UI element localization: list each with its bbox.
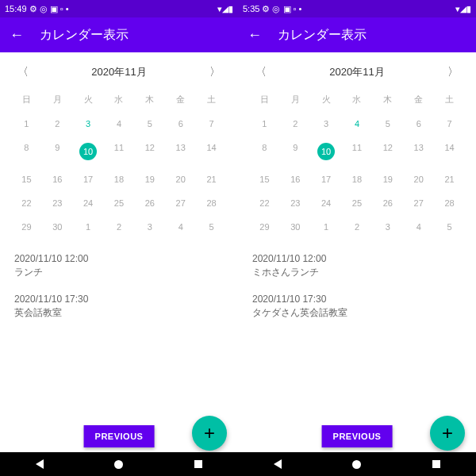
calendar-day[interactable]: 8	[11, 136, 42, 167]
calendar-day[interactable]: 2	[42, 112, 73, 136]
calendar-day[interactable]: 24	[311, 191, 342, 215]
calendar-day[interactable]: 3	[134, 215, 165, 239]
nav-home-icon[interactable]	[352, 460, 361, 469]
calendar-day[interactable]: 1	[11, 112, 42, 136]
calendar-day[interactable]: 28	[434, 191, 465, 215]
calendar-day[interactable]: 15	[11, 167, 42, 191]
calendar-day[interactable]: 6	[403, 112, 434, 136]
calendar-day[interactable]: 29	[249, 215, 280, 239]
calendar-day[interactable]: 15	[249, 167, 280, 191]
calendar-day[interactable]: 5	[134, 112, 165, 136]
calendar-day[interactable]: 5	[196, 215, 227, 239]
nav-back-icon[interactable]	[36, 459, 44, 469]
calendar-day-number: 5	[447, 222, 452, 232]
back-icon[interactable]: ←	[10, 27, 24, 44]
calendar-day[interactable]: 11	[104, 136, 135, 167]
calendar-day[interactable]: 12	[134, 136, 165, 167]
chevron-left-icon[interactable]: 〈	[255, 65, 267, 79]
calendar-day[interactable]: 4	[403, 215, 434, 239]
calendar-day[interactable]: 13	[165, 136, 196, 167]
calendar-day[interactable]: 25	[104, 191, 135, 215]
calendar-day[interactable]: 11	[342, 136, 373, 167]
calendar-day[interactable]: 26	[372, 191, 403, 215]
calendar-day[interactable]: 19	[372, 167, 403, 191]
chevron-right-icon[interactable]: 〉	[447, 65, 459, 79]
back-icon[interactable]: ←	[248, 27, 262, 44]
calendar-day[interactable]: 4	[342, 112, 373, 136]
calendar-day[interactable]: 21	[434, 167, 465, 191]
calendar-day-number: 21	[206, 175, 216, 184]
calendar-day[interactable]: 12	[372, 136, 403, 167]
signal-icon: ▾◢▮	[217, 4, 233, 14]
chevron-left-icon[interactable]: 〈	[17, 65, 29, 79]
calendar-day[interactable]: 1	[311, 215, 342, 239]
event-item[interactable]: 2020/11/10 17:30タケダさん英会話教室	[252, 294, 462, 320]
calendar-day-number: 11	[352, 143, 362, 152]
calendar-day[interactable]: 3	[311, 112, 342, 136]
calendar-day[interactable]: 3	[73, 112, 104, 136]
calendar-day[interactable]: 4	[165, 215, 196, 239]
calendar-day[interactable]: 30	[42, 215, 73, 239]
calendar-day[interactable]: 18	[104, 167, 135, 191]
calendar-day[interactable]: 7	[196, 112, 227, 136]
calendar-day[interactable]: 19	[134, 167, 165, 191]
calendar-day[interactable]: 2	[280, 112, 311, 136]
calendar-day[interactable]: 14	[196, 136, 227, 167]
calendar-day[interactable]: 20	[165, 167, 196, 191]
calendar-day[interactable]: 29	[11, 215, 42, 239]
calendar-day-number: 29	[21, 222, 31, 232]
calendar-day[interactable]: 1	[249, 112, 280, 136]
calendar-day[interactable]: 10	[73, 136, 104, 167]
calendar-day-number: 17	[321, 175, 331, 184]
plus-icon: +	[442, 422, 453, 444]
calendar-day[interactable]: 3	[372, 215, 403, 239]
calendar-day[interactable]: 27	[165, 191, 196, 215]
calendar-day[interactable]: 22	[11, 191, 42, 215]
calendar-day[interactable]: 6	[165, 112, 196, 136]
calendar-day[interactable]: 2	[104, 215, 135, 239]
calendar-day[interactable]: 25	[342, 191, 373, 215]
event-item[interactable]: 2020/11/10 12:00ミホさんランチ	[252, 253, 462, 279]
calendar-day[interactable]: 7	[434, 112, 465, 136]
calendar-day[interactable]: 21	[196, 167, 227, 191]
calendar-day[interactable]: 22	[249, 191, 280, 215]
nav-back-icon[interactable]	[274, 459, 282, 469]
nav-recent-icon[interactable]	[432, 460, 440, 468]
calendar-day[interactable]: 17	[73, 167, 104, 191]
event-item[interactable]: 2020/11/10 17:30英会話教室	[14, 294, 224, 320]
calendar-day[interactable]: 8	[249, 136, 280, 167]
calendar-day[interactable]: 27	[403, 191, 434, 215]
calendar-day[interactable]: 16	[280, 167, 311, 191]
calendar-day[interactable]: 10	[311, 136, 342, 167]
calendar-day[interactable]: 5	[434, 215, 465, 239]
calendar-day[interactable]: 2	[342, 215, 373, 239]
calendar-day[interactable]: 26	[134, 191, 165, 215]
calendar-day[interactable]: 18	[342, 167, 373, 191]
calendar-day[interactable]: 30	[280, 215, 311, 239]
calendar-day[interactable]: 9	[42, 136, 73, 167]
calendar-day[interactable]: 28	[196, 191, 227, 215]
calendar-day-number: 6	[178, 119, 183, 129]
calendar-day[interactable]: 23	[280, 191, 311, 215]
calendar-day-number: 4	[355, 119, 359, 129]
previous-button[interactable]: PREVIOUS	[84, 425, 155, 447]
nav-recent-icon[interactable]	[194, 460, 202, 468]
event-item[interactable]: 2020/11/10 12:00ランチ	[14, 253, 224, 279]
calendar-day[interactable]: 23	[42, 191, 73, 215]
add-fab[interactable]: +	[430, 416, 465, 451]
calendar-day[interactable]: 20	[403, 167, 434, 191]
calendar-day[interactable]: 13	[403, 136, 434, 167]
previous-button[interactable]: PREVIOUS	[322, 425, 393, 447]
calendar-day[interactable]: 17	[311, 167, 342, 191]
chevron-right-icon[interactable]: 〉	[209, 65, 221, 79]
nav-home-icon[interactable]	[114, 460, 123, 469]
calendar-day[interactable]: 16	[42, 167, 73, 191]
calendar-day[interactable]: 1	[73, 215, 104, 239]
calendar-day[interactable]: 4	[104, 112, 135, 136]
add-fab[interactable]: +	[192, 416, 227, 451]
calendar-day[interactable]: 9	[280, 136, 311, 167]
calendar-day[interactable]: 14	[434, 136, 465, 167]
calendar-day[interactable]: 24	[73, 191, 104, 215]
calendar-day-number: 18	[114, 175, 124, 184]
calendar-day[interactable]: 5	[372, 112, 403, 136]
